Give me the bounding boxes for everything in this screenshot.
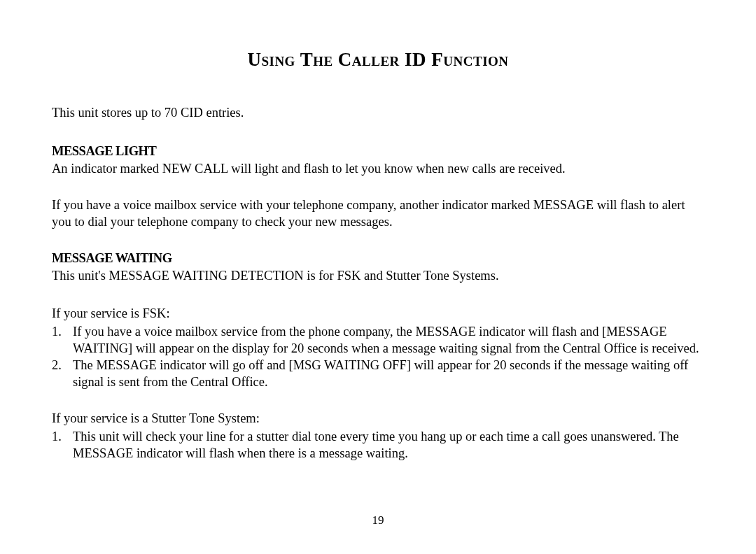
intro-text: This unit stores up to 70 CID entries. xyxy=(52,104,704,122)
message-waiting-para1: This unit's MESSAGE WAITING DETECTION is… xyxy=(52,267,704,284)
page-title: Using The Caller ID Function xyxy=(52,49,704,71)
section-heading-message-light: MESSAGE LIGHT xyxy=(52,144,704,159)
list-text: This unit will check your line for a stu… xyxy=(73,428,704,462)
section-heading-message-waiting: MESSAGE WAITING xyxy=(52,251,704,266)
fsk-intro: If your service is FSK: xyxy=(52,305,704,322)
stutter-intro: If your service is a Stutter Tone System… xyxy=(52,410,704,427)
page-number: 19 xyxy=(0,513,756,527)
list-item: 1. If you have a voice mailbox service f… xyxy=(52,323,704,357)
list-number: 1. xyxy=(52,323,73,357)
list-text: If you have a voice mailbox service from… xyxy=(73,323,704,357)
list-number: 1. xyxy=(52,428,73,462)
message-light-para2: If you have a voice mailbox service with… xyxy=(52,197,704,230)
list-item: 2. The MESSAGE indicator will go off and… xyxy=(52,357,704,390)
list-number: 2. xyxy=(52,357,73,390)
message-light-para1: An indicator marked NEW CALL will light … xyxy=(52,160,704,177)
list-item: 1. This unit will check your line for a … xyxy=(52,428,704,462)
stutter-list: 1. This unit will check your line for a … xyxy=(52,428,704,462)
fsk-list: 1. If you have a voice mailbox service f… xyxy=(52,323,704,390)
list-text: The MESSAGE indicator will go off and [M… xyxy=(73,357,704,390)
